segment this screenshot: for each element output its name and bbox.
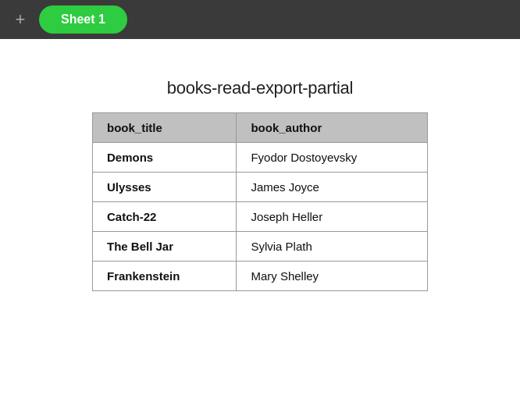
sheet-tab[interactable]: Sheet 1 [39,5,127,34]
tab-bar: + Sheet 1 [0,0,520,39]
cell-book-author: Joseph Heller [237,202,428,232]
cell-book-author: Mary Shelley [237,262,428,291]
table-row: UlyssesJames Joyce [93,173,428,202]
cell-book-title: Frankenstein [93,262,237,291]
table-row: Catch-22Joseph Heller [93,202,428,232]
table-title: books-read-export-partial [167,78,353,98]
table-row: The Bell JarSylvia Plath [93,232,428,262]
table-header-row: book_title book_author [93,113,428,143]
column-header-title: book_title [93,113,237,143]
cell-book-author: Sylvia Plath [237,232,428,262]
data-table: book_title book_author DemonsFyodor Dost… [92,112,428,291]
add-sheet-button[interactable]: + [9,9,31,30]
table-row: DemonsFyodor Dostoyevsky [93,143,428,173]
cell-book-title: Catch-22 [93,202,237,232]
cell-book-title: The Bell Jar [93,232,237,262]
sheet-tab-label: Sheet 1 [61,12,105,27]
cell-book-author: James Joyce [237,173,428,202]
column-header-author: book_author [237,113,428,143]
table-row: FrankensteinMary Shelley [93,262,428,291]
cell-book-title: Demons [93,143,237,173]
cell-book-author: Fyodor Dostoyevsky [237,143,428,173]
cell-book-title: Ulysses [93,173,237,202]
plus-icon: + [16,11,26,28]
main-content: books-read-export-partial book_title boo… [0,39,520,420]
